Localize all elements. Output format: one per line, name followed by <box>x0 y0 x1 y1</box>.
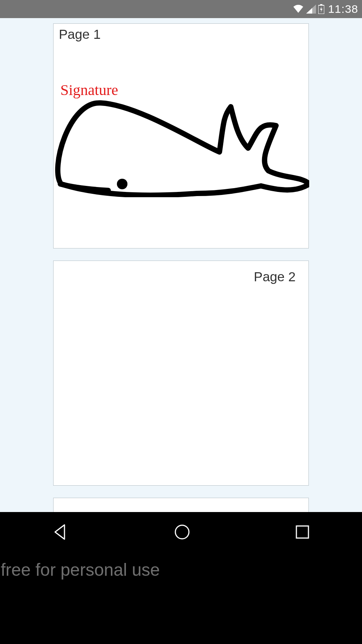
page-label: Page 1 <box>59 27 101 42</box>
cell-signal-icon <box>306 5 316 14</box>
footer-watermark: free for personal use <box>0 554 362 589</box>
home-button[interactable] <box>173 523 191 542</box>
android-nav-bar <box>0 512 362 554</box>
status-clock: 11:38 <box>328 3 358 15</box>
svg-rect-1 <box>320 4 322 5</box>
back-button[interactable] <box>52 523 69 542</box>
svg-point-2 <box>117 179 127 189</box>
page-label: Page 2 <box>254 269 296 284</box>
recent-apps-button[interactable] <box>295 524 310 541</box>
status-bar: 11:38 <box>0 0 362 18</box>
pdf-page-3[interactable] <box>53 498 309 512</box>
pdf-page-1[interactable]: Page 1 Signature <box>53 23 309 248</box>
document-viewer[interactable]: Page 1 Signature Page 2 <box>0 18 362 512</box>
whale-illustration <box>54 80 309 197</box>
battery-icon <box>318 4 324 14</box>
svg-rect-4 <box>296 526 308 538</box>
pdf-page-2[interactable]: Page 2 <box>53 261 309 486</box>
wifi-icon <box>293 5 304 14</box>
svg-point-3 <box>175 525 189 539</box>
